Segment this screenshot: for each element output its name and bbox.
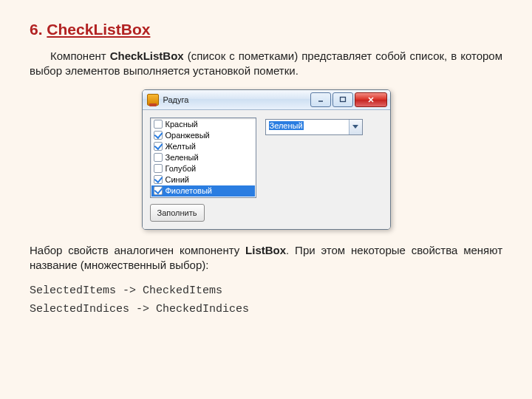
app-window: Радуга КрасныйОранжевыйЖелтыйЗеленыйГолу…	[142, 89, 391, 230]
svg-rect-1	[340, 97, 345, 101]
checklist-item[interactable]: Голубой	[151, 163, 255, 174]
fill-button[interactable]: Заполнить	[150, 204, 205, 222]
checklist-item[interactable]: Фиолетовый	[151, 185, 255, 197]
code-line-2: SelectedIndices -> CheckedIndices	[30, 301, 502, 317]
combo-box[interactable]: Зеленый	[265, 119, 363, 135]
para-2: Набор свойств аналогичен компоненту List…	[30, 243, 502, 273]
checkbox-icon[interactable]	[154, 164, 163, 173]
combo-value: Зеленый	[266, 120, 349, 134]
checklist-item-label: Красный	[166, 120, 198, 129]
checklist-item[interactable]: Оранжевый	[151, 130, 255, 141]
text: Компонент	[50, 50, 110, 62]
checklist-item-label: Голубой	[166, 164, 197, 173]
client-area: КрасныйОранжевыйЖелтыйЗеленыйГолубойСини…	[143, 110, 390, 229]
heading-number: 6.	[30, 21, 47, 38]
component-name: ListBox	[245, 244, 286, 256]
checklist-item[interactable]: Синий	[151, 174, 255, 185]
checklist-item[interactable]: Желтый	[151, 141, 255, 152]
window-buttons	[309, 92, 387, 107]
checkbox-icon[interactable]	[154, 175, 163, 184]
heading-title: CheckListBox	[47, 21, 150, 38]
chevron-down-icon[interactable]	[349, 120, 362, 134]
checklist-item[interactable]: Красный	[151, 119, 255, 130]
window-title: Радуга	[163, 95, 309, 104]
app-icon	[147, 94, 159, 106]
maximize-button[interactable]	[332, 92, 353, 107]
checkbox-icon[interactable]	[154, 142, 163, 151]
checkbox-icon[interactable]	[154, 131, 163, 140]
checkbox-icon[interactable]	[154, 153, 163, 162]
checklist-item-label: Зеленый	[166, 153, 199, 162]
checklist-item-label: Желтый	[166, 142, 196, 151]
intro-paragraph: Компонент CheckListBox (список с пометка…	[30, 49, 502, 79]
text: Набор свойств аналогичен компоненту	[30, 244, 245, 256]
code-line-1: SelectedItems -> CheckedItems	[30, 283, 502, 299]
checklist-item-label: Оранжевый	[166, 131, 210, 140]
titlebar: Радуга	[143, 90, 390, 110]
checklist-item-label: Синий	[166, 175, 189, 184]
close-button[interactable]	[355, 92, 387, 107]
component-name: CheckListBox	[110, 50, 184, 62]
checklist-item[interactable]: Зеленый	[151, 152, 255, 163]
section-heading: 6. CheckListBox	[30, 21, 502, 38]
checkbox-icon[interactable]	[154, 186, 163, 195]
svg-marker-4	[352, 125, 358, 129]
check-list-box[interactable]: КрасныйОранжевыйЖелтыйЗеленыйГолубойСини…	[150, 117, 256, 198]
checkbox-icon[interactable]	[154, 120, 163, 129]
checklist-item-label: Фиолетовый	[166, 186, 212, 195]
minimize-button[interactable]	[310, 92, 331, 107]
